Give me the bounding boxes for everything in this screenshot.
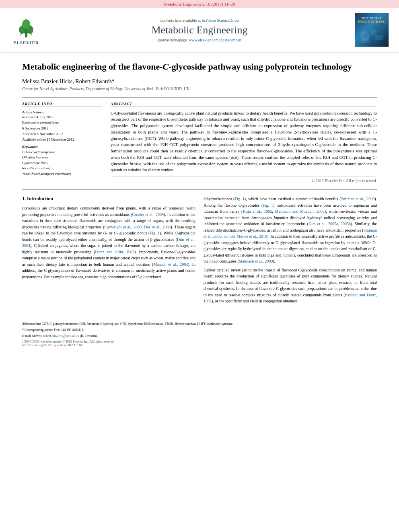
snijman-ref1[interactable]: Snijman et al., 2009	[341, 197, 374, 201]
article-info-header: ARTICLE INFO	[22, 102, 103, 107]
svg-rect-9	[375, 35, 383, 40]
cover-metabolic-text: METABOLIC	[361, 16, 382, 20]
abstract-text: C-Glycosylated flavonoids are biological…	[111, 110, 377, 174]
manach-ref[interactable]: Manach et al., 2004	[153, 262, 188, 267]
cover-engineering-text: ENGINEERING	[358, 20, 386, 24]
crozier-ref[interactable]: Crozier et al., 2009	[132, 212, 164, 217]
svg-point-4	[22, 19, 30, 29]
elsevier-logo-area: ELSEVIER	[8, 15, 44, 45]
journal-cover-image: METABOLIC ENGINEERING	[355, 13, 389, 47]
fig1-ref2[interactable]: Fig. 1	[234, 197, 244, 201]
email-link[interactable]: robert.edwards@york.ac.uk	[43, 334, 79, 338]
homepage-label: journal homepage:	[158, 38, 188, 42]
issn: 1096-7176/$ - see front matter © 2012 El…	[22, 340, 114, 343]
franz-ref[interactable]: Franz and Grün, 1983	[95, 250, 134, 254]
page: Metabolic Engineering 16 (2013) 11–20 EL…	[0, 0, 399, 532]
received2: Received in revised form	[22, 121, 103, 125]
article-info-abstract-section: ARTICLE INFO Article history: Received 4…	[22, 97, 377, 183]
article-info-col: ARTICLE INFO Article history: Received 4…	[22, 102, 103, 183]
day-ref[interactable]: Day et al., 2003	[144, 225, 171, 229]
cover-graphic	[357, 24, 387, 44]
fig1-ref1[interactable]: Fig. 1	[150, 231, 160, 235]
journal-citation-bar: Metabolic Engineering 16 (2013) 11–20	[0, 0, 399, 8]
fig1-ref3[interactable]: Fig. 1	[263, 203, 273, 207]
journal-citation: Metabolic Engineering 16 (2013) 11–20	[164, 2, 235, 6]
abstract-col: ABSTRACT C-Glycosylated flavonoids are b…	[111, 102, 377, 183]
body-col-right: dihydrochalcones (Fig. 1), which have be…	[204, 196, 377, 307]
durr-ref[interactable]: Dürr et al., 2004	[22, 237, 195, 248]
available-online: Available online 13 December 2012	[22, 138, 103, 142]
affiliation: Centre for Novel Agriculture Products, D…	[22, 86, 377, 91]
article-footer: Abbreviations: CGT, C-glucosyltransferas…	[0, 319, 399, 349]
received1: Received 4 July 2012	[22, 115, 103, 119]
kersher-ref[interactable]: Kersher and Franz, 1987	[204, 293, 377, 304]
intro-col2-text: dihydrochalcones (Fig. 1), which have be…	[204, 196, 377, 304]
sciverse-link[interactable]: SciVerse ScienceDirect	[202, 18, 240, 23]
elsevier-wordmark: ELSEVIER	[13, 40, 39, 45]
keywords-label: Keywords:	[22, 145, 103, 149]
corresponding-author-footnote: * Corresponding author. Fax: +44 190 446…	[22, 328, 377, 333]
abstract-header: ABSTRACT	[111, 102, 377, 107]
journal-cover-area: METABOLIC ENGINEERING	[355, 13, 391, 47]
journal-homepage: journal homepage: www.elsevier.com/locat…	[52, 38, 347, 42]
svg-rect-8	[361, 38, 369, 43]
stalmach-ref[interactable]: Stalmach et al., 2009	[239, 259, 273, 263]
copyright: © 2012 Elsevier Inc. All rights reserved…	[111, 177, 377, 183]
abbreviations-footnote: Abbreviations: CGT, C-glucosyltransferas…	[22, 322, 377, 327]
email-footnote: E-mail address: robert.edwards@york.ac.u…	[22, 334, 377, 339]
received2-date: 6 September 2012	[22, 126, 103, 130]
section-1-title: 1. Introduction	[22, 196, 195, 202]
accepted: Accepted 6 November 2012	[22, 132, 103, 136]
contents-text: Contents lists available at	[160, 18, 201, 23]
journal-header: ELSEVIER Contents lists available at Sci…	[0, 8, 399, 53]
kim-ref1[interactable]: Kim et al., 2005a, 2005b	[309, 222, 351, 226]
issn-doi-line: 1096-7176/$ - see front matter © 2012 El…	[22, 340, 377, 347]
homepage-url[interactable]: www.elsevier.com/locate/ymben	[189, 38, 241, 42]
intro-col1-text: Flavonoids are important dietary compone…	[22, 205, 195, 280]
journal-header-center: Contents lists available at SciVerse Sci…	[52, 18, 347, 42]
cartwright-ref[interactable]: Cartwright et al., 2008	[104, 225, 142, 229]
merwe-ref[interactable]: van der Merwe et al., 2010	[224, 234, 267, 238]
kitta-ref[interactable]: Kitta et al., 1992	[243, 209, 272, 214]
markham-ref[interactable]: Markham and Mitchell, 2003	[275, 209, 325, 214]
body-col-left: 1. Introduction Flavonoids are important…	[22, 196, 195, 307]
health-keyword: health	[263, 111, 273, 115]
article-content: Metabolic engineering of the flavone-C-g…	[0, 53, 399, 315]
history-label: Article history:	[22, 110, 103, 114]
keywords-list: C-Glucosyltransferase Dihydrochalcones C…	[22, 150, 103, 177]
contents-available-line: Contents lists available at SciVerse Sci…	[52, 18, 347, 23]
authors: Melissa Brazier-Hicks, Robert Edwards*	[22, 78, 377, 85]
elsevier-logo: ELSEVIER	[8, 15, 44, 45]
journal-title: Metabolic Engineering	[52, 24, 347, 36]
article-title: Metabolic engineering of the flavone-C-g…	[22, 61, 377, 73]
doi-link[interactable]: http://dx.doi.org/10.1016/j.ymben.2012.1…	[22, 343, 82, 347]
introduction-section: 1. Introduction Flavonoids are important…	[22, 189, 377, 307]
elsevier-tree-icon	[14, 15, 38, 39]
